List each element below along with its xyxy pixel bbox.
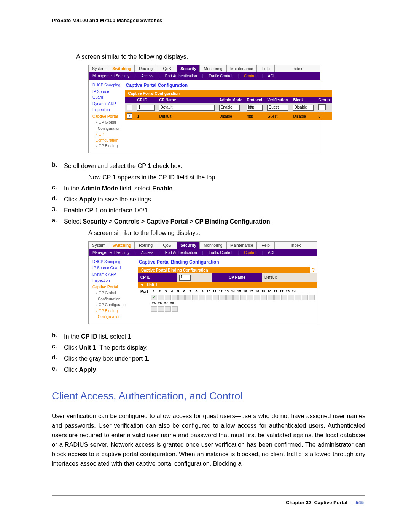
port-box-16[interactable] xyxy=(254,295,260,300)
tab-switching[interactable]: Switching xyxy=(109,242,135,249)
col-proto: Protocol xyxy=(244,97,265,103)
port-box-8[interactable] xyxy=(199,295,205,300)
sidebar-item-darp[interactable]: Dynamic ARP xyxy=(92,272,134,278)
subtab-acl[interactable]: ACL xyxy=(268,74,275,78)
tab-help[interactable]: Help xyxy=(257,65,275,72)
port-box-24[interactable] xyxy=(309,295,315,300)
sidebar-item-darp[interactable]: Dynamic ARP xyxy=(92,101,120,107)
ui-screenshot-cp-config: System Switching Routing QoS Security Mo… xyxy=(88,65,320,153)
col-verif: Verification xyxy=(265,97,291,103)
tab-monitoring[interactable]: Monitoring xyxy=(200,65,227,72)
port-box-28[interactable] xyxy=(172,306,178,312)
sidebar-item-cpglobal[interactable]: » CP Global xyxy=(96,291,116,295)
port-box-7[interactable] xyxy=(192,295,198,300)
subtab-control[interactable]: Control xyxy=(244,251,256,255)
tab-routing[interactable]: Routing xyxy=(135,65,157,72)
subtab-portauth[interactable]: Port Authentication xyxy=(165,251,197,255)
port-box-14[interactable] xyxy=(240,295,246,300)
port-box-10[interactable] xyxy=(213,295,219,300)
sidebar-item-captive-portal[interactable]: Captive Portal xyxy=(92,113,120,120)
port-box-3[interactable] xyxy=(165,295,171,300)
sidebar-item-cpconfig[interactable]: » CP Configuration xyxy=(96,131,120,143)
sidebar-item-cpglobal[interactable]: » CP Global xyxy=(96,120,116,125)
cell-block: Disable xyxy=(291,112,316,120)
step-3: 3. Enable CP 1 on interface 1/0/1. xyxy=(52,206,365,215)
col-cpid: CP ID xyxy=(135,97,157,103)
sidebar: DHCP Snooping IP Source Guard Dynamic AR… xyxy=(89,256,136,324)
tab-help[interactable]: Help xyxy=(257,242,275,249)
port-box-20[interactable] xyxy=(281,295,287,300)
port-box-1[interactable] xyxy=(151,295,157,300)
tab-maintenance[interactable]: Maintenance xyxy=(227,65,257,72)
port-box-9[interactable] xyxy=(206,295,212,300)
port-box-5[interactable] xyxy=(178,295,185,300)
tab-system[interactable]: System xyxy=(89,65,109,72)
panel-title: Captive Portal Binding Configuration xyxy=(139,259,317,265)
tab-qos[interactable]: QoS xyxy=(157,242,177,249)
tab-system[interactable]: System xyxy=(89,242,109,249)
subtab-mgmt[interactable]: Management Security xyxy=(92,251,129,255)
port-box-26[interactable] xyxy=(158,306,164,312)
sidebar-item-ipsg[interactable]: IP Source Guard xyxy=(92,89,120,101)
sidebar-item-dhcp[interactable]: DHCP Snooping xyxy=(92,259,134,265)
sidebar-item-insp[interactable]: Inspection xyxy=(92,107,120,113)
subtab-traffic[interactable]: Traffic Control xyxy=(209,251,232,255)
port-box-2[interactable] xyxy=(158,295,164,300)
col-group: Group xyxy=(316,97,332,103)
tab-qos[interactable]: QoS xyxy=(157,65,177,72)
row-checkbox-top[interactable] xyxy=(127,105,132,110)
subtab-access[interactable]: Access xyxy=(141,74,153,78)
port-box-23[interactable] xyxy=(302,295,308,300)
port-box-19[interactable] xyxy=(274,295,280,300)
cpid-select[interactable]: 1 xyxy=(179,275,191,281)
unit-label[interactable]: Unit 1 xyxy=(147,283,158,287)
sidebar-item-cpconfig[interactable]: » CP Configuration xyxy=(96,302,134,308)
subtab-acl[interactable]: ACL xyxy=(268,251,275,255)
subtab-traffic[interactable]: Traffic Control xyxy=(209,74,232,78)
port-box-15[interactable] xyxy=(247,295,253,300)
group-select[interactable] xyxy=(318,104,326,110)
sidebar-item-cpbinding[interactable]: » CP Binding xyxy=(96,308,134,314)
port-box-6[interactable] xyxy=(185,295,191,300)
port-box-27[interactable] xyxy=(165,306,171,312)
tab-index[interactable]: Index xyxy=(275,242,317,249)
tab-monitoring[interactable]: Monitoring xyxy=(200,242,227,249)
sidebar-item-cpbinding[interactable]: » CP Binding xyxy=(96,144,118,148)
port-box-4[interactable] xyxy=(172,295,178,300)
subtab-control[interactable]: Control xyxy=(244,74,256,78)
cpname-input[interactable]: Default xyxy=(159,105,215,111)
port-box-25[interactable] xyxy=(151,306,157,312)
doc-header: ProSafe M4100 and M7100 Managed Switches xyxy=(52,18,365,23)
verif-select[interactable]: Guest xyxy=(267,105,288,111)
row-checkbox-1[interactable] xyxy=(127,113,132,119)
tab-routing[interactable]: Routing xyxy=(135,242,157,249)
port-box-17[interactable] xyxy=(261,295,267,300)
help-icon[interactable]: ? xyxy=(312,267,315,273)
step-3a-follow: A screen similar to the following displa… xyxy=(88,228,365,237)
admin-select[interactable]: Enable xyxy=(219,105,240,111)
subtab-mgmt[interactable]: Management Security xyxy=(92,74,129,78)
sidebar-item-insp[interactable]: Inspection xyxy=(92,278,134,284)
sidebar-item-ipsg[interactable]: IP Source Guard xyxy=(92,265,134,271)
proto-select[interactable]: http xyxy=(247,105,263,111)
port-box-11[interactable] xyxy=(220,295,226,300)
block-select[interactable]: Disable xyxy=(293,105,314,111)
cell-admin: Disable xyxy=(217,112,244,120)
cell-verif: Guest xyxy=(265,112,291,120)
tab-switching[interactable]: Switching xyxy=(109,65,135,72)
sidebar-item-captive-portal[interactable]: Captive Portal xyxy=(92,284,134,290)
cpname-value: Default xyxy=(262,273,317,282)
port-box-18[interactable] xyxy=(268,295,274,300)
cpid-select[interactable]: 1 xyxy=(137,105,155,111)
port-box-22[interactable] xyxy=(295,295,301,300)
subtab-access[interactable]: Access xyxy=(141,251,153,255)
port-box-13[interactable] xyxy=(233,295,239,300)
sidebar-item-dhcp[interactable]: DHCP Snooping xyxy=(92,82,120,88)
port-box-12[interactable] xyxy=(226,295,233,300)
port-box-21[interactable] xyxy=(288,295,294,300)
tab-index[interactable]: Index xyxy=(275,65,320,72)
tab-maintenance[interactable]: Maintenance xyxy=(227,242,257,249)
tab-security[interactable]: Security xyxy=(177,242,200,249)
subtab-portauth[interactable]: Port Authentication xyxy=(165,74,197,78)
tab-security[interactable]: Security xyxy=(177,65,200,72)
